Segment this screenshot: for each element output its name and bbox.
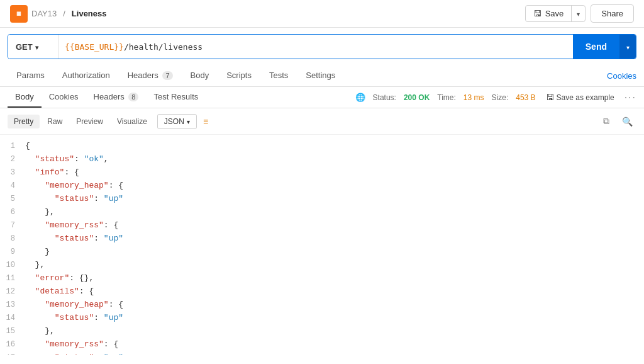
save-example-label: Save as example [557, 93, 614, 102]
line-number: 14 [0, 312, 25, 324]
save-button-group[interactable]: 🖫 Save [525, 5, 586, 22]
line-content: { [25, 140, 644, 153]
breadcrumb-current: Liveness [72, 9, 107, 18]
logo-icon: ▦ [16, 11, 21, 16]
line-number: 13 [0, 299, 25, 311]
send-button-group: Send [573, 35, 636, 59]
method-value: GET [16, 42, 33, 52]
line-content: "info": { [25, 166, 644, 179]
line-content: "status": "up" [25, 351, 644, 355]
tab-body[interactable]: Body [182, 65, 218, 86]
code-line: 2 "status": "ok", [0, 153, 644, 166]
header-right: 🖫 Save Share [525, 4, 634, 23]
tab-scripts[interactable]: Scripts [218, 65, 260, 86]
format-raw[interactable]: Raw [41, 115, 69, 128]
code-area[interactable]: 1{2 "status": "ok",3 "info": {4 "memory_… [0, 135, 644, 355]
line-content: "memory_rss": { [25, 338, 644, 351]
save-button[interactable]: 🖫 Save [526, 6, 572, 21]
breadcrumb-separator: / [63, 9, 65, 18]
code-line: 11 "error": {}, [0, 272, 644, 285]
tab-headers[interactable]: Headers 7 [119, 65, 182, 86]
response-meta: Status: 200 OK Time: 13 ms Size: 453 B 🖫… [355, 92, 636, 103]
url-bar: GET {{BASE_URL}}/health/liveness Send [8, 34, 636, 59]
format-right-actions: 🔍 [599, 113, 636, 129]
line-content: } [25, 246, 644, 259]
tab-params[interactable]: Params [8, 65, 53, 86]
tab-authorization[interactable]: Authorization [53, 65, 119, 86]
status-value: 200 OK [404, 93, 430, 102]
line-number: 5 [0, 193, 25, 205]
code-line: 12 "details": { [0, 285, 644, 299]
copy-button[interactable] [599, 113, 613, 129]
resp-tab-body[interactable]: Body [8, 87, 42, 108]
cookies-link[interactable]: Cookies [607, 71, 636, 81]
json-selector[interactable]: JSON [157, 114, 197, 129]
send-dropdown-button[interactable] [619, 35, 636, 59]
code-line: 8 "status": "up" [0, 232, 644, 246]
line-number: 9 [0, 246, 25, 258]
save-dropdown-button[interactable] [571, 6, 585, 21]
globe-icon [355, 93, 365, 102]
search-button[interactable]: 🔍 [618, 113, 636, 129]
code-line: 10 }, [0, 259, 644, 272]
line-number: 1 [0, 140, 25, 152]
format-pretty[interactable]: Pretty [8, 115, 40, 128]
save-label: Save [545, 9, 564, 18]
url-display[interactable]: {{BASE_URL}}/health/liveness [58, 42, 573, 52]
line-number: 6 [0, 206, 25, 219]
share-button[interactable]: Share [591, 4, 634, 23]
code-line: 6 }, [0, 206, 644, 219]
line-number: 3 [0, 166, 25, 179]
resp-tab-test-results[interactable]: Test Results [146, 87, 206, 108]
format-visualize[interactable]: Visualize [111, 115, 153, 128]
search-icon: 🔍 [622, 117, 633, 127]
more-options-button[interactable]: ··· [625, 92, 636, 103]
code-line: 1{ [0, 140, 644, 153]
line-number: 7 [0, 219, 25, 232]
json-chevron-icon [187, 117, 190, 126]
line-number: 16 [0, 338, 25, 351]
resp-tab-cookies[interactable]: Cookies [42, 87, 86, 108]
header-left: ▦ DAY13 / Liveness [10, 5, 107, 23]
line-content: "memory_heap": { [25, 299, 644, 312]
size-label: Size: [492, 93, 509, 102]
code-line: 9 } [0, 246, 644, 259]
header: ▦ DAY13 / Liveness 🖫 Save Share [0, 0, 644, 28]
format-bar: Pretty Raw Preview Visualize JSON ≡ 🔍 [0, 108, 644, 135]
line-content: "details": { [25, 285, 644, 299]
code-line: 4 "memory_heap": { [0, 179, 644, 193]
tab-settings[interactable]: Settings [297, 65, 344, 86]
line-number: 15 [0, 325, 25, 338]
line-content: "error": {}, [25, 272, 644, 285]
time-value: 13 ms [464, 93, 484, 102]
code-line: 15 }, [0, 325, 644, 338]
send-button[interactable]: Send [573, 35, 619, 59]
line-number: 8 [0, 232, 25, 245]
filter-button[interactable]: ≡ [198, 114, 213, 129]
resp-tab-headers[interactable]: Headers 8 [86, 87, 147, 108]
filter-icon: ≡ [203, 117, 208, 127]
line-content: "memory_heap": { [25, 179, 644, 193]
format-preview[interactable]: Preview [70, 115, 109, 128]
resp-headers-badge: 8 [128, 93, 138, 101]
code-line: 17 "status": "up" [0, 351, 644, 355]
headers-badge: 7 [162, 71, 172, 80]
method-selector[interactable]: GET [8, 35, 58, 59]
code-line: 5 "status": "up" [0, 193, 644, 206]
chevron-down-icon [577, 9, 580, 18]
line-number: 11 [0, 272, 25, 285]
save-example-button[interactable]: 🖫 Save as example [543, 93, 617, 102]
tab-tests[interactable]: Tests [260, 65, 297, 86]
line-content: "memory_rss": { [25, 219, 644, 232]
breadcrumb-parent[interactable]: DAY13 [31, 9, 57, 18]
line-content: "status": "up" [25, 232, 644, 246]
line-number: 2 [0, 153, 25, 166]
size-value: 453 B [516, 93, 535, 102]
url-base: {{BASE_URL}} [65, 42, 124, 52]
line-number: 10 [0, 259, 25, 271]
code-line: 16 "memory_rss": { [0, 338, 644, 351]
code-line: 13 "memory_heap": { [0, 299, 644, 312]
save-example-icon: 🖫 [546, 93, 554, 102]
line-content: }, [25, 206, 644, 219]
send-chevron-icon [626, 42, 630, 52]
